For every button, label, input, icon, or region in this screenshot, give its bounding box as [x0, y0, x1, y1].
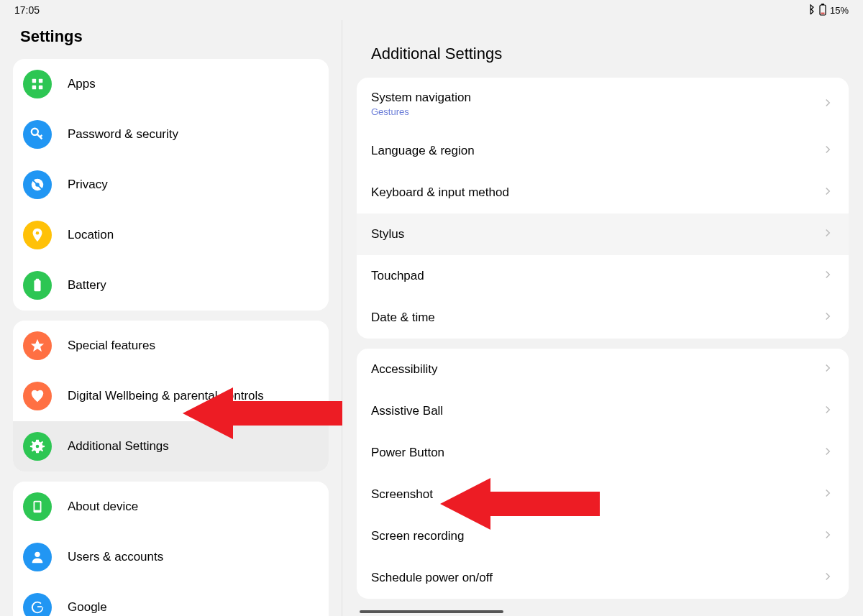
settings-group: Special featuresDigital Wellbeing & pare…	[13, 321, 329, 472]
setting-item-screen-recording[interactable]: Screen recording	[357, 515, 849, 557]
setting-item-label: Screen recording	[371, 529, 464, 543]
setting-item-text: Stylus	[371, 227, 404, 242]
chevron-right-icon	[821, 185, 834, 201]
chevron-right-icon	[821, 528, 834, 544]
setting-item-label: Touchpad	[371, 269, 424, 283]
setting-item-subtitle: Gestures	[371, 106, 471, 117]
sidebar-item-apps[interactable]: Apps	[13, 59, 329, 109]
setting-item-label: Power Button	[371, 446, 444, 460]
apps-icon	[23, 70, 52, 98]
setting-item-label: Date & time	[371, 311, 435, 325]
setting-item-label: Assistive Ball	[371, 404, 443, 418]
setting-item-label: Stylus	[371, 227, 404, 242]
key-icon	[23, 120, 52, 149]
sidebar-item-label: Special features	[68, 339, 155, 353]
status-bar: 17:05 15%	[0, 0, 863, 20]
settings-sidebar: Settings AppsPassword & securityPrivacyL…	[0, 20, 342, 616]
chevron-right-icon	[821, 362, 834, 377]
sidebar-item-label: Google	[68, 600, 107, 615]
sidebar-item-users-accounts[interactable]: Users & accounts	[13, 532, 329, 582]
sidebar-item-label: Users & accounts	[68, 550, 163, 564]
settings-group: AppsPassword & securityPrivacyLocationBa…	[13, 59, 329, 311]
setting-item-label: Schedule power on/off	[371, 571, 493, 585]
settings-group: About deviceUsers & accountsGoogle	[13, 482, 329, 616]
chevron-right-icon	[821, 570, 834, 586]
setting-item-text: Accessibility	[371, 362, 438, 377]
svg-rect-5	[32, 86, 37, 90]
chevron-right-icon	[821, 143, 834, 159]
sidebar-item-label: About device	[68, 500, 138, 514]
sidebar-item-label: Privacy	[68, 178, 108, 192]
chevron-right-icon	[821, 226, 834, 242]
setting-item-label: Accessibility	[371, 362, 438, 377]
setting-item-text: Power Button	[371, 446, 444, 460]
svg-point-16	[35, 552, 40, 557]
chevron-right-icon	[821, 268, 834, 284]
setting-item-keyboard-input-method[interactable]: Keyboard & input method	[357, 172, 849, 213]
setting-item-assistive-ball[interactable]: Assistive Ball	[357, 390, 849, 432]
gear-icon	[23, 432, 52, 461]
svg-rect-3	[32, 79, 37, 83]
setting-item-label: System navigation	[371, 91, 471, 105]
sidebar-item-special-features[interactable]: Special features	[13, 321, 329, 371]
status-time: 17:05	[14, 4, 40, 16]
sidebar-item-password-security[interactable]: Password & security	[13, 109, 329, 160]
setting-item-text: System navigationGestures	[371, 91, 471, 117]
status-icons: 15%	[808, 3, 849, 18]
svg-rect-4	[39, 79, 43, 83]
user-icon	[23, 543, 52, 571]
setting-item-stylus[interactable]: Stylus	[357, 213, 849, 255]
chevron-right-icon	[821, 96, 834, 112]
setting-item-screenshot[interactable]: Screenshot	[357, 474, 849, 515]
setting-item-schedule-power-on-off[interactable]: Schedule power on/off	[357, 557, 849, 599]
heart-icon	[23, 382, 52, 410]
google-icon	[23, 593, 52, 616]
setting-item-text: Keyboard & input method	[371, 185, 509, 200]
sidebar-item-additional-settings[interactable]: Additional Settings	[13, 421, 329, 472]
setting-item-text: Language & region	[371, 144, 475, 158]
sidebar-item-privacy[interactable]: Privacy	[13, 160, 329, 210]
setting-item-accessibility[interactable]: Accessibility	[357, 349, 849, 390]
eye-icon	[23, 170, 52, 199]
svg-point-13	[36, 445, 40, 449]
sidebar-item-digital-wellbeing-parental-controls[interactable]: Digital Wellbeing & parental controls	[13, 371, 329, 421]
star-icon	[23, 331, 52, 360]
svg-rect-12	[36, 279, 40, 281]
left-header: Settings	[0, 20, 342, 59]
sidebar-item-label: Location	[68, 228, 114, 242]
chevron-right-icon	[821, 487, 834, 502]
setting-item-power-button[interactable]: Power Button	[357, 432, 849, 474]
chevron-right-icon	[821, 445, 834, 461]
sidebar-item-location[interactable]: Location	[13, 210, 329, 260]
sidebar-item-label: Password & security	[68, 127, 178, 142]
settings-title: Settings	[20, 27, 321, 46]
sidebar-item-label: Battery	[68, 278, 106, 293]
setting-item-language-region[interactable]: Language & region	[357, 130, 849, 172]
bluetooth-icon	[808, 4, 816, 17]
right-title: Additional Settings	[371, 45, 834, 63]
setting-item-text: Screenshot	[371, 487, 433, 502]
setting-item-system-navigation[interactable]: System navigationGestures	[357, 78, 849, 130]
device-icon	[23, 492, 52, 521]
setting-item-label: Screenshot	[371, 487, 433, 502]
settings-subgroup: AccessibilityAssistive BallPower ButtonS…	[357, 349, 849, 599]
location-icon	[23, 221, 52, 249]
svg-rect-6	[39, 86, 43, 90]
battery-icon	[818, 3, 827, 18]
sidebar-item-label: Digital Wellbeing & parental controls	[68, 389, 264, 403]
sidebar-item-about-device[interactable]: About device	[13, 482, 329, 532]
nav-handle[interactable]	[360, 610, 503, 613]
battery-percent: 15%	[830, 5, 849, 16]
setting-item-date-time[interactable]: Date & time	[357, 297, 849, 339]
setting-item-label: Keyboard & input method	[371, 185, 509, 200]
setting-item-touchpad[interactable]: Touchpad	[357, 255, 849, 297]
setting-item-text: Assistive Ball	[371, 404, 443, 418]
chevron-right-icon	[821, 403, 834, 419]
right-header: Additional Settings	[342, 20, 863, 78]
right-panel: Additional Settings MOBIGYAAN System nav…	[342, 20, 863, 616]
svg-point-10	[36, 231, 40, 235]
setting-item-text: Date & time	[371, 311, 435, 325]
sidebar-item-google[interactable]: Google	[13, 582, 329, 616]
sidebar-item-battery[interactable]: Battery	[13, 260, 329, 311]
setting-item-label: Language & region	[371, 144, 475, 158]
